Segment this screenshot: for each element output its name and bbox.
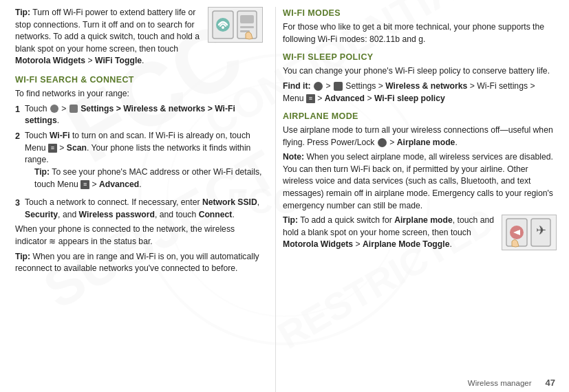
findit-label: Find it: [283, 81, 311, 91]
step-1-text: Touch > Settings > Wireless & networks >… [25, 103, 263, 127]
footer: Wireless manager 47 [468, 378, 555, 388]
scan-bold: Scan [67, 143, 87, 153]
step-1: 1 Touch > Settings > Wireless & networks… [15, 103, 263, 127]
svg-rect-12 [240, 26, 254, 28]
main-content: Tip: Turn off Wi-Fi power to extend batt… [0, 0, 569, 392]
page-number: 47 [546, 378, 555, 388]
motorola-widgets-bold: Motorola Widgets [15, 56, 85, 65]
connected-text: When your phone is connected to the netw… [15, 224, 263, 248]
step-3-num: 3 [15, 197, 25, 221]
step-1-num: 1 [15, 103, 25, 127]
airplane-mode-image: ✈ [502, 215, 557, 250]
page: FCC SUBJECT CONFIDENTIAL RESTRICTED FCC [0, 0, 569, 392]
tip-reconnect: Tip: When you are in range and Wi-Fi is … [15, 251, 263, 275]
settings-icon-inline [69, 105, 78, 113]
connect-bold: Connect [199, 210, 233, 219]
advanced-bold: Advanced [99, 179, 139, 189]
note-text: Note: When you select airplane mode, all… [283, 151, 557, 212]
step-2-num: 2 [15, 130, 25, 194]
security-bold: Security [25, 210, 58, 219]
wifi-status-icon: ≋ [49, 236, 56, 248]
tip-airplane-mode: ✈ Tip: To add a quick switch for Airplan… [283, 215, 557, 254]
airplane-mode-bold2: Airplane mode [394, 215, 453, 225]
airplane-text: Use airplane mode to turn all your wirel… [283, 124, 557, 149]
wireless-pwd-bold: Wireless password [79, 210, 155, 219]
wifimodes-text: For those who like to get a bit more tec… [283, 21, 557, 45]
right-column: WI-FI MODES For those who like to get a … [275, 7, 569, 392]
findit-icon2 [334, 82, 343, 91]
advanced-bold2: Advanced [325, 94, 365, 103]
section-wifi-search-header: WI-FI SEARCH & CONNECT [15, 74, 263, 86]
motorola-widgets-bold2: Motorola Widgets [283, 239, 353, 249]
step-2-text: Touch Wi-Fi to turn on and scan. If Wi-F… [25, 130, 263, 194]
airplane-toggle-bold: Airplane Mode Toggle [363, 239, 449, 249]
section-airplane-header: AIRPLANE MODE [283, 110, 557, 122]
wifi-sleep-policy-bold: Wi-Fi sleep policy [374, 94, 445, 103]
step-3-text: Touch a network to connect. If necessary… [25, 197, 263, 221]
wifi-toggle-image [208, 7, 263, 43]
step-3: 3 Touch a network to connect. If necessa… [15, 197, 263, 221]
wifisleep-text: You can change your phone's Wi-Fi sleep … [283, 65, 557, 78]
wifi-bold: Wi-Fi [50, 131, 70, 140]
menu-icon-inline2: ≡ [80, 180, 89, 189]
tip-label-2: Tip: [34, 167, 50, 177]
footer-label: Wireless manager [468, 379, 532, 387]
svg-point-9 [222, 26, 224, 29]
airplane-mode-bold: Airplane mode [397, 138, 455, 147]
findit-icon1 [314, 82, 323, 91]
section-wifi-search-intro: To find networks in your range: [15, 88, 263, 100]
menu-icon-inline: ≡ [48, 144, 57, 153]
lock-icon-inline [378, 138, 387, 147]
wireless-networks-bold: Wireless & networks [385, 81, 467, 91]
tip-label: Tip: [15, 8, 30, 17]
svg-rect-11 [240, 15, 254, 23]
tip-block-wifi-toggle: Tip: Turn off Wi-Fi power to extend batt… [15, 7, 263, 70]
left-column: Tip: Turn off Wi-Fi power to extend batt… [0, 7, 275, 392]
section-wifimodes-header: WI-FI MODES [283, 7, 557, 19]
step-2: 2 Touch Wi-Fi to turn on and scan. If Wi… [15, 130, 263, 194]
note-label: Note: [283, 152, 304, 162]
svg-text:✈: ✈ [536, 224, 546, 237]
ssid-bold: Network SSID [202, 197, 257, 207]
menu-icon-findit: ≡ [306, 94, 315, 103]
tip-label-3: Tip: [15, 252, 30, 261]
wifi-toggle-bold: WiFi Toggle [95, 56, 142, 65]
step-2-tip: Tip: To see your phone's MAC address or … [25, 166, 263, 190]
section-wifisleep-header: WI-FI SLEEP POLICY [283, 51, 557, 63]
tip-label-airplane: Tip: [283, 215, 298, 225]
home-icon [50, 105, 58, 113]
findit-text: Find it: > Settings > Wireless & network… [283, 80, 557, 105]
